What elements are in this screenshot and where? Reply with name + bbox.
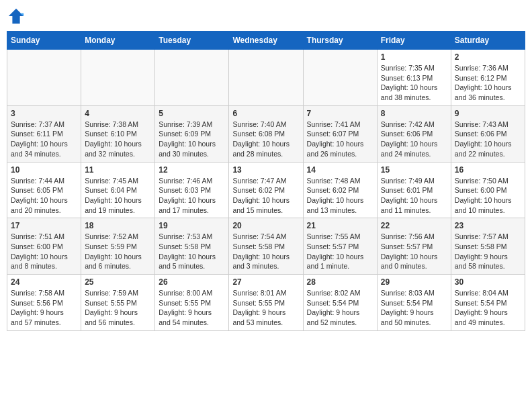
- calendar-cell: 1Sunrise: 7:35 AM Sunset: 6:13 PM Daylig…: [377, 50, 451, 106]
- calendar-cell: [155, 50, 229, 106]
- column-header-monday: Monday: [81, 32, 155, 50]
- calendar-cell: 30Sunrise: 8:04 AM Sunset: 5:54 PM Dayli…: [451, 275, 525, 331]
- day-number: 12: [159, 165, 225, 175]
- calendar-cell: 23Sunrise: 7:57 AM Sunset: 5:58 PM Dayli…: [451, 218, 525, 275]
- day-number: 3: [11, 109, 77, 118]
- calendar-cell: 20Sunrise: 7:54 AM Sunset: 5:58 PM Dayli…: [229, 218, 303, 275]
- day-number: 26: [159, 277, 225, 287]
- day-number: 1: [381, 52, 447, 62]
- day-info: Sunrise: 7:42 AM Sunset: 6:06 PM Dayligh…: [381, 120, 447, 159]
- calendar-cell: 4Sunrise: 7:38 AM Sunset: 6:10 PM Daylig…: [81, 105, 155, 162]
- day-number: 29: [381, 277, 447, 287]
- calendar-cell: 7Sunrise: 7:41 AM Sunset: 6:07 PM Daylig…: [303, 105, 377, 162]
- day-number: 8: [381, 109, 447, 118]
- calendar-week-4: 17Sunrise: 7:51 AM Sunset: 6:00 PM Dayli…: [7, 218, 525, 275]
- calendar-cell: 17Sunrise: 7:51 AM Sunset: 6:00 PM Dayli…: [7, 218, 81, 275]
- calendar-cell: 10Sunrise: 7:44 AM Sunset: 6:05 PM Dayli…: [7, 162, 81, 218]
- calendar-cell: 29Sunrise: 8:03 AM Sunset: 5:54 PM Dayli…: [377, 275, 451, 331]
- day-info: Sunrise: 7:44 AM Sunset: 6:05 PM Dayligh…: [11, 176, 77, 216]
- column-header-friday: Friday: [377, 32, 451, 50]
- day-info: Sunrise: 8:04 AM Sunset: 5:54 PM Dayligh…: [455, 288, 521, 328]
- calendar-cell: [303, 50, 377, 106]
- day-info: Sunrise: 7:41 AM Sunset: 6:07 PM Dayligh…: [307, 120, 373, 159]
- calendar-cell: 27Sunrise: 8:01 AM Sunset: 5:55 PM Dayli…: [229, 275, 303, 331]
- day-info: Sunrise: 7:51 AM Sunset: 6:00 PM Dayligh…: [11, 232, 77, 271]
- day-info: Sunrise: 7:46 AM Sunset: 6:03 PM Dayligh…: [159, 176, 225, 216]
- day-number: 11: [85, 165, 151, 175]
- calendar-cell: 13Sunrise: 7:47 AM Sunset: 6:02 PM Dayli…: [229, 162, 303, 218]
- calendar-cell: [81, 50, 155, 106]
- calendar-cell: 5Sunrise: 7:39 AM Sunset: 6:09 PM Daylig…: [155, 105, 229, 162]
- day-info: Sunrise: 8:03 AM Sunset: 5:54 PM Dayligh…: [381, 288, 447, 328]
- day-info: Sunrise: 7:52 AM Sunset: 5:59 PM Dayligh…: [85, 232, 151, 271]
- day-number: 27: [232, 277, 299, 287]
- day-info: Sunrise: 7:58 AM Sunset: 5:56 PM Dayligh…: [11, 288, 77, 328]
- day-number: 6: [232, 109, 299, 118]
- day-info: Sunrise: 7:48 AM Sunset: 6:02 PM Dayligh…: [307, 176, 373, 216]
- day-info: Sunrise: 7:37 AM Sunset: 6:11 PM Dayligh…: [11, 120, 77, 159]
- day-number: 18: [85, 221, 151, 230]
- calendar-week-3: 10Sunrise: 7:44 AM Sunset: 6:05 PM Dayli…: [7, 162, 525, 218]
- calendar-header-row: SundayMondayTuesdayWednesdayThursdayFrid…: [7, 32, 525, 50]
- day-number: 19: [159, 221, 225, 230]
- day-info: Sunrise: 8:02 AM Sunset: 5:54 PM Dayligh…: [307, 288, 373, 328]
- day-info: Sunrise: 7:56 AM Sunset: 5:57 PM Dayligh…: [381, 232, 447, 271]
- day-number: 21: [307, 221, 373, 230]
- day-number: 23: [455, 221, 521, 230]
- calendar-cell: 19Sunrise: 7:53 AM Sunset: 5:58 PM Dayli…: [155, 218, 229, 275]
- day-info: Sunrise: 7:36 AM Sunset: 6:12 PM Dayligh…: [455, 63, 521, 103]
- day-info: Sunrise: 7:35 AM Sunset: 6:13 PM Dayligh…: [381, 63, 447, 103]
- day-number: 5: [159, 109, 225, 118]
- day-number: 15: [381, 165, 447, 175]
- calendar-cell: 2Sunrise: 7:36 AM Sunset: 6:12 PM Daylig…: [451, 50, 525, 106]
- calendar-cell: 6Sunrise: 7:40 AM Sunset: 6:08 PM Daylig…: [229, 105, 303, 162]
- calendar-table: SundayMondayTuesdayWednesdayThursdayFrid…: [7, 31, 525, 331]
- day-number: 20: [232, 221, 299, 230]
- day-number: 2: [455, 52, 521, 62]
- day-info: Sunrise: 7:47 AM Sunset: 6:02 PM Dayligh…: [232, 176, 299, 216]
- calendar-cell: 8Sunrise: 7:42 AM Sunset: 6:06 PM Daylig…: [377, 105, 451, 162]
- day-number: 25: [85, 277, 151, 287]
- day-number: 22: [381, 221, 447, 230]
- day-info: Sunrise: 7:57 AM Sunset: 5:58 PM Dayligh…: [455, 232, 521, 271]
- day-number: 24: [11, 277, 77, 287]
- day-number: 30: [455, 277, 521, 287]
- column-header-tuesday: Tuesday: [155, 32, 229, 50]
- calendar-cell: 11Sunrise: 7:45 AM Sunset: 6:04 PM Dayli…: [81, 162, 155, 218]
- calendar-cell: 28Sunrise: 8:02 AM Sunset: 5:54 PM Dayli…: [303, 275, 377, 331]
- day-number: 13: [232, 165, 299, 175]
- calendar-cell: 14Sunrise: 7:48 AM Sunset: 6:02 PM Dayli…: [303, 162, 377, 218]
- day-number: 10: [11, 165, 77, 175]
- calendar-week-1: 1Sunrise: 7:35 AM Sunset: 6:13 PM Daylig…: [7, 50, 525, 106]
- day-number: 28: [307, 277, 373, 287]
- day-info: Sunrise: 7:59 AM Sunset: 5:55 PM Dayligh…: [85, 288, 151, 328]
- day-info: Sunrise: 7:54 AM Sunset: 5:58 PM Dayligh…: [232, 232, 299, 271]
- calendar-cell: 3Sunrise: 7:37 AM Sunset: 6:11 PM Daylig…: [7, 105, 81, 162]
- day-number: 9: [455, 109, 521, 118]
- calendar-cell: [229, 50, 303, 106]
- day-info: Sunrise: 8:01 AM Sunset: 5:55 PM Dayligh…: [232, 288, 299, 328]
- day-number: 14: [307, 165, 373, 175]
- column-header-wednesday: Wednesday: [229, 32, 303, 50]
- day-info: Sunrise: 7:38 AM Sunset: 6:10 PM Dayligh…: [85, 120, 151, 159]
- day-info: Sunrise: 8:00 AM Sunset: 5:55 PM Dayligh…: [159, 288, 225, 328]
- calendar-cell: 22Sunrise: 7:56 AM Sunset: 5:57 PM Dayli…: [377, 218, 451, 275]
- day-info: Sunrise: 7:49 AM Sunset: 6:01 PM Dayligh…: [381, 176, 447, 216]
- calendar-week-2: 3Sunrise: 7:37 AM Sunset: 6:11 PM Daylig…: [7, 105, 525, 162]
- calendar-cell: [7, 50, 81, 106]
- calendar-cell: 21Sunrise: 7:55 AM Sunset: 5:57 PM Dayli…: [303, 218, 377, 275]
- calendar-cell: 25Sunrise: 7:59 AM Sunset: 5:55 PM Dayli…: [81, 275, 155, 331]
- calendar-week-5: 24Sunrise: 7:58 AM Sunset: 5:56 PM Dayli…: [7, 275, 525, 331]
- calendar-cell: 12Sunrise: 7:46 AM Sunset: 6:03 PM Dayli…: [155, 162, 229, 218]
- day-info: Sunrise: 7:53 AM Sunset: 5:58 PM Dayligh…: [159, 232, 225, 271]
- svg-marker-0: [9, 9, 24, 24]
- logo-icon: [7, 7, 26, 26]
- day-info: Sunrise: 7:40 AM Sunset: 6:08 PM Dayligh…: [232, 120, 299, 159]
- day-number: 16: [455, 165, 521, 175]
- day-info: Sunrise: 7:45 AM Sunset: 6:04 PM Dayligh…: [85, 176, 151, 216]
- day-info: Sunrise: 7:50 AM Sunset: 6:00 PM Dayligh…: [455, 176, 521, 216]
- page-header: [7, 7, 525, 26]
- column-header-sunday: Sunday: [7, 32, 81, 50]
- day-info: Sunrise: 7:43 AM Sunset: 6:06 PM Dayligh…: [455, 120, 521, 159]
- logo: [7, 7, 28, 26]
